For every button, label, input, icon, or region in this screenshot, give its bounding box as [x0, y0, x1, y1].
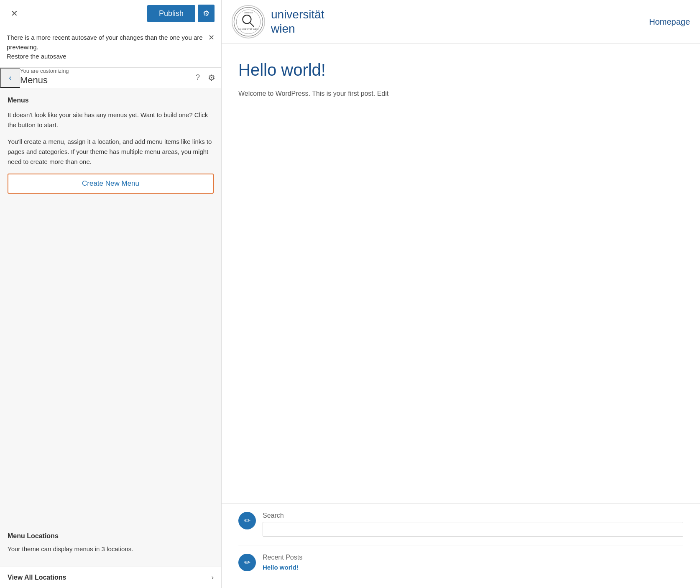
- menu-locations-section: Menu Locations Your theme can display me…: [0, 532, 221, 558]
- edit-pencil-icon: ✏: [244, 516, 250, 525]
- gear-icon: ⚙: [203, 9, 209, 18]
- widget-divider: [238, 545, 683, 545]
- publish-area: Publish ⚙: [147, 5, 215, 22]
- site-main-content: Hello world! Welcome to WordPress. This …: [222, 44, 700, 503]
- recent-posts-title: Recent Posts: [263, 554, 683, 561]
- close-icon: ✕: [208, 33, 215, 42]
- view-all-locations-row[interactable]: View All Locations ›: [0, 567, 221, 588]
- svg-line-3: [250, 23, 254, 26]
- post-content: Welcome to WordPress. This is your first…: [238, 88, 683, 99]
- help-button[interactable]: ?: [192, 72, 204, 84]
- customizer-panel: ✕ Publish ⚙ There is a more recent autos…: [0, 0, 222, 588]
- svg-point-0: [234, 7, 263, 36]
- menus-description-2: You'll create a menu, assign it a locati…: [8, 137, 214, 167]
- sidebar-area: ✏ Search ✏ Recent Posts Hello world!: [222, 503, 700, 588]
- customizing-title: Menus: [20, 75, 186, 86]
- search-widget: ✏ Search: [238, 512, 683, 537]
- customizing-info: You are customizing Menus: [20, 68, 186, 88]
- menus-description-1: It doesn't look like your site has any m…: [8, 110, 214, 130]
- menu-locations-text: Your theme can display menus in 3 locati…: [8, 544, 214, 554]
- autosave-notice: There is a more recent autosave of your …: [0, 27, 221, 68]
- site-nav-homepage[interactable]: Homepage: [649, 17, 690, 27]
- chevron-right-icon: ›: [212, 574, 214, 581]
- recent-post-link[interactable]: Hello world!: [263, 564, 299, 571]
- back-icon: ‹: [9, 73, 12, 82]
- recent-posts-widget-content: Recent Posts Hello world!: [263, 554, 683, 571]
- view-all-locations-label: View All Locations: [8, 574, 66, 581]
- search-input[interactable]: [263, 522, 683, 537]
- menu-locations-title: Menu Locations: [8, 532, 214, 540]
- close-button[interactable]: ✕: [7, 6, 22, 21]
- recent-posts-widget: ✏ Recent Posts Hello world!: [238, 554, 683, 571]
- back-button[interactable]: ‹: [0, 68, 20, 88]
- menus-settings-button[interactable]: ⚙: [208, 73, 215, 83]
- site-header: UNIVERSITÄT WIEN VIENNENSIS universität …: [222, 0, 700, 44]
- site-name: universität wien: [271, 8, 324, 36]
- post-title: Hello world!: [238, 61, 683, 79]
- search-widget-icon[interactable]: ✏: [238, 512, 256, 529]
- site-preview: UNIVERSITÄT WIEN VIENNENSIS universität …: [222, 0, 700, 588]
- autosave-close-button[interactable]: ✕: [208, 33, 215, 42]
- top-bar: ✕ Publish ⚙: [0, 0, 221, 27]
- customizing-label: You are customizing: [20, 68, 186, 74]
- edit-pencil-icon-2: ✏: [244, 558, 250, 567]
- menus-section-title: Menus: [8, 97, 214, 104]
- search-widget-title: Search: [263, 512, 683, 519]
- recent-posts-widget-icon[interactable]: ✏: [238, 554, 256, 571]
- university-seal-svg: UNIVERSITÄT WIEN VIENNENSIS: [233, 7, 263, 37]
- search-widget-content: Search: [263, 512, 683, 537]
- create-new-menu-button[interactable]: Create New Menu: [8, 174, 214, 194]
- svg-text:VIENNENSIS: VIENNENSIS: [244, 12, 253, 14]
- publish-button[interactable]: Publish: [147, 5, 195, 22]
- restore-autosave-link[interactable]: Restore the autosave: [7, 53, 66, 60]
- gear-icon: ⚙: [208, 73, 215, 82]
- svg-text:UNIVERSITÄT WIEN: UNIVERSITÄT WIEN: [238, 28, 258, 31]
- university-seal: UNIVERSITÄT WIEN VIENNENSIS: [232, 5, 265, 38]
- panel-content: Menus It doesn't look like your site has…: [0, 88, 221, 533]
- help-icon: ?: [196, 73, 200, 82]
- site-logo: UNIVERSITÄT WIEN VIENNENSIS universität …: [232, 5, 324, 38]
- autosave-message: There is a more recent autosave of your …: [7, 33, 204, 61]
- customizing-actions: ? ⚙: [186, 68, 221, 88]
- publish-settings-button[interactable]: ⚙: [198, 5, 215, 22]
- customizing-header: ‹ You are customizing Menus ? ⚙: [0, 68, 221, 88]
